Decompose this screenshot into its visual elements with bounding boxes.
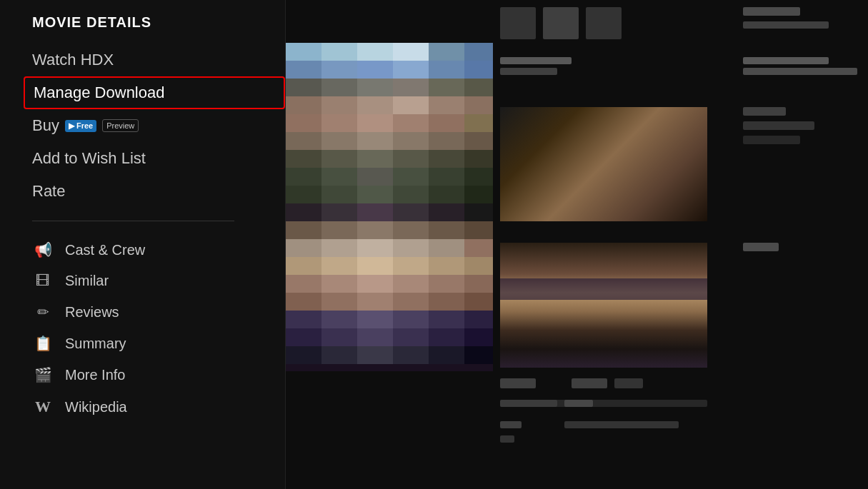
- progress-bar-2: [564, 400, 593, 407]
- similar-label: Similar: [65, 273, 109, 289]
- menu-item-watch-hdx[interactable]: Watch HDX: [32, 44, 285, 76]
- manage-download-label: Manage Download: [34, 84, 164, 102]
- similar-icon: 🎞: [32, 273, 54, 289]
- nav-item-more-info[interactable]: 🎬 More Info: [32, 359, 285, 390]
- nav-item-reviews[interactable]: ✏ Reviews: [32, 296, 285, 328]
- text-1: [743, 7, 800, 16]
- rate-label: Rate: [32, 182, 65, 201]
- thumb-2: [543, 7, 579, 39]
- progress-3: [614, 378, 643, 388]
- sidebar: MOVIE DETAILS Watch HDX Manage Download …: [0, 0, 286, 489]
- text-11: [743, 121, 814, 130]
- text-8: [743, 68, 857, 75]
- thumb-1: [500, 7, 536, 39]
- cast-crew-label: Cast & Crew: [65, 242, 145, 258]
- bottom-text-2: [564, 421, 679, 428]
- nav-item-summary[interactable]: 📋 Summary: [32, 328, 285, 359]
- text-7: [743, 57, 829, 64]
- divider: [32, 221, 234, 221]
- text-6: [500, 68, 557, 75]
- menu-item-manage-download[interactable]: Manage Download: [24, 76, 285, 109]
- summary-icon: 📋: [32, 335, 54, 352]
- content-area: [286, 0, 868, 489]
- preview-badge: Preview: [102, 119, 139, 132]
- more-info-icon: 🎬: [32, 366, 54, 383]
- free-badge: ▶ Free: [65, 120, 96, 132]
- text-16: [743, 243, 779, 251]
- thumb-big-2: [500, 243, 707, 368]
- progress-1: [500, 378, 536, 388]
- text-2: [743, 21, 829, 29]
- nav-item-wikipedia[interactable]: W Wikipedia: [32, 390, 285, 423]
- right-thumbnails: [500, 0, 868, 489]
- progress-2: [572, 378, 607, 388]
- free-badge-icon: ▶: [69, 121, 74, 131]
- reviews-label: Reviews: [65, 304, 119, 321]
- progress-bar-fill: [500, 400, 557, 407]
- thumb-big-1: [500, 107, 707, 221]
- menu-item-rate[interactable]: Rate: [32, 175, 285, 208]
- more-info-label: More Info: [65, 367, 125, 383]
- nav-item-similar[interactable]: 🎞 Similar: [32, 266, 285, 296]
- nav-item-cast-crew[interactable]: 📢 Cast & Crew: [32, 234, 285, 266]
- wikipedia-label: Wikipedia: [65, 399, 127, 415]
- summary-label: Summary: [65, 336, 126, 352]
- menu-item-buy[interactable]: Buy ▶ Free Preview: [32, 109, 285, 142]
- buy-label: Buy: [32, 116, 59, 135]
- cast-crew-icon: 📢: [32, 241, 54, 258]
- watch-hdx-label: Watch HDX: [32, 51, 114, 69]
- text-5: [500, 57, 572, 64]
- bottom-text-1: [500, 421, 522, 428]
- add-to-wish-list-label: Add to Wish List: [32, 149, 146, 168]
- text-10: [743, 107, 786, 116]
- free-badge-text: Free: [76, 121, 93, 130]
- wikipedia-icon: W: [32, 398, 54, 416]
- reviews-icon: ✏: [32, 303, 54, 321]
- text-12: [743, 136, 800, 144]
- section-title: MOVIE DETAILS: [32, 14, 285, 31]
- movie-poster-canvas: [286, 43, 493, 371]
- thumb-3: [586, 7, 622, 39]
- bottom-text-3: [500, 435, 514, 443]
- thumb-overlay: [500, 278, 707, 300]
- menu-item-add-to-wish-list[interactable]: Add to Wish List: [32, 142, 285, 175]
